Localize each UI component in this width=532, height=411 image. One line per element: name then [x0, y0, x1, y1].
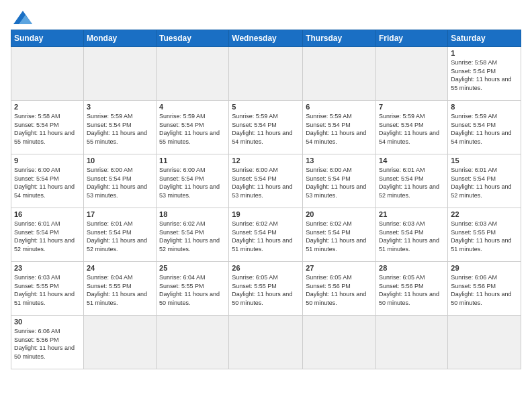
day-number: 12	[232, 156, 300, 165]
calendar-day-cell	[448, 316, 521, 369]
calendar-day-cell: 5Sunrise: 5:59 AM Sunset: 5:54 PM Daylig…	[229, 101, 303, 154]
day-info: Sunrise: 6:01 AM Sunset: 5:54 PM Dayligh…	[451, 166, 518, 199]
day-info: Sunrise: 6:03 AM Sunset: 5:55 PM Dayligh…	[451, 220, 518, 253]
day-info: Sunrise: 5:59 AM Sunset: 5:54 PM Dayligh…	[159, 112, 226, 146]
day-number: 25	[159, 264, 226, 272]
calendar-day-cell: 14Sunrise: 6:01 AM Sunset: 5:54 PM Dayli…	[376, 154, 448, 208]
day-info: Sunrise: 5:58 AM Sunset: 5:54 PM Dayligh…	[14, 112, 81, 146]
day-info: Sunrise: 6:00 AM Sunset: 5:54 PM Dayligh…	[159, 166, 226, 199]
calendar-day-header: Wednesday	[229, 30, 303, 47]
calendar-week-row: 2Sunrise: 5:58 AM Sunset: 5:54 PM Daylig…	[11, 101, 521, 154]
calendar-day-cell: 4Sunrise: 5:59 AM Sunset: 5:54 PM Daylig…	[157, 101, 229, 154]
calendar-day-cell: 17Sunrise: 6:01 AM Sunset: 5:54 PM Dayli…	[83, 208, 156, 262]
day-info: Sunrise: 5:59 AM Sunset: 5:54 PM Dayligh…	[379, 112, 445, 146]
day-info: Sunrise: 5:58 AM Sunset: 5:54 PM Dayligh…	[451, 58, 518, 92]
calendar-day-cell	[83, 316, 156, 369]
day-number: 16	[14, 210, 81, 218]
day-number: 11	[159, 156, 226, 165]
day-number: 30	[14, 318, 81, 326]
calendar-day-cell: 7Sunrise: 5:59 AM Sunset: 5:54 PM Daylig…	[376, 101, 448, 154]
day-number: 21	[379, 210, 445, 218]
calendar-day-cell	[303, 47, 376, 101]
day-info: Sunrise: 6:00 AM Sunset: 5:54 PM Dayligh…	[14, 166, 81, 199]
day-number: 19	[232, 210, 300, 218]
calendar-day-header: Monday	[83, 30, 156, 47]
day-info: Sunrise: 6:06 AM Sunset: 5:56 PM Dayligh…	[14, 327, 81, 361]
day-number: 18	[159, 210, 226, 218]
day-number: 2	[14, 103, 81, 111]
calendar-day-cell: 19Sunrise: 6:02 AM Sunset: 5:54 PM Dayli…	[229, 208, 303, 262]
calendar-day-cell: 23Sunrise: 6:03 AM Sunset: 5:55 PM Dayli…	[11, 262, 84, 316]
calendar-day-cell: 3Sunrise: 5:59 AM Sunset: 5:54 PM Daylig…	[83, 101, 156, 154]
calendar-day-header: Friday	[376, 30, 448, 47]
calendar-day-cell	[229, 316, 303, 369]
calendar-table: SundayMondayTuesdayWednesdayThursdayFrid…	[11, 30, 521, 369]
calendar-day-cell	[157, 316, 229, 369]
calendar-day-cell	[11, 47, 84, 101]
calendar-day-cell: 15Sunrise: 6:01 AM Sunset: 5:54 PM Dayli…	[448, 154, 521, 208]
day-info: Sunrise: 6:04 AM Sunset: 5:55 PM Dayligh…	[159, 273, 226, 307]
day-number: 29	[451, 264, 518, 272]
calendar-week-row: 23Sunrise: 6:03 AM Sunset: 5:55 PM Dayli…	[11, 262, 521, 316]
day-number: 6	[306, 103, 373, 111]
calendar-day-cell: 18Sunrise: 6:02 AM Sunset: 5:54 PM Dayli…	[157, 208, 229, 262]
calendar-day-cell: 12Sunrise: 6:00 AM Sunset: 5:54 PM Dayli…	[229, 154, 303, 208]
logo	[11, 11, 32, 24]
day-info: Sunrise: 6:04 AM Sunset: 5:55 PM Dayligh…	[87, 273, 153, 307]
calendar-week-row: 9Sunrise: 6:00 AM Sunset: 5:54 PM Daylig…	[11, 154, 521, 208]
calendar-day-cell: 28Sunrise: 6:05 AM Sunset: 5:56 PM Dayli…	[376, 262, 448, 316]
day-number: 3	[87, 103, 153, 111]
day-info: Sunrise: 6:05 AM Sunset: 5:55 PM Dayligh…	[232, 273, 300, 307]
day-number: 8	[451, 103, 518, 111]
calendar-day-cell: 1Sunrise: 5:58 AM Sunset: 5:54 PM Daylig…	[448, 47, 521, 101]
calendar-week-row: 16Sunrise: 6:01 AM Sunset: 5:54 PM Dayli…	[11, 208, 521, 262]
calendar-day-cell: 30Sunrise: 6:06 AM Sunset: 5:56 PM Dayli…	[11, 316, 84, 369]
calendar-day-cell	[376, 47, 448, 101]
calendar-day-cell	[376, 316, 448, 369]
calendar-day-header: Sunday	[11, 30, 84, 47]
calendar-day-header: Thursday	[303, 30, 376, 47]
day-number: 10	[87, 156, 153, 165]
calendar-day-cell: 24Sunrise: 6:04 AM Sunset: 5:55 PM Dayli…	[83, 262, 156, 316]
day-number: 28	[379, 264, 445, 272]
day-number: 9	[14, 156, 81, 165]
calendar-day-cell: 10Sunrise: 6:00 AM Sunset: 5:54 PM Dayli…	[83, 154, 156, 208]
calendar-day-cell: 25Sunrise: 6:04 AM Sunset: 5:55 PM Dayli…	[157, 262, 229, 316]
day-number: 24	[87, 264, 153, 272]
calendar-day-cell: 20Sunrise: 6:02 AM Sunset: 5:54 PM Dayli…	[303, 208, 376, 262]
calendar-day-cell: 6Sunrise: 5:59 AM Sunset: 5:54 PM Daylig…	[303, 101, 376, 154]
calendar-day-cell	[157, 47, 229, 101]
day-number: 4	[159, 103, 226, 111]
day-info: Sunrise: 5:59 AM Sunset: 5:54 PM Dayligh…	[306, 112, 373, 146]
day-info: Sunrise: 6:02 AM Sunset: 5:54 PM Dayligh…	[159, 220, 226, 253]
calendar-day-cell: 16Sunrise: 6:01 AM Sunset: 5:54 PM Dayli…	[11, 208, 84, 262]
page-header	[11, 11, 521, 24]
calendar-week-row: 1Sunrise: 5:58 AM Sunset: 5:54 PM Daylig…	[11, 47, 521, 101]
day-info: Sunrise: 6:05 AM Sunset: 5:56 PM Dayligh…	[306, 273, 373, 307]
day-number: 26	[232, 264, 300, 272]
calendar-day-cell: 26Sunrise: 6:05 AM Sunset: 5:55 PM Dayli…	[229, 262, 303, 316]
day-number: 20	[306, 210, 373, 218]
day-info: Sunrise: 6:01 AM Sunset: 5:54 PM Dayligh…	[14, 220, 81, 253]
day-info: Sunrise: 5:59 AM Sunset: 5:54 PM Dayligh…	[87, 112, 153, 146]
calendar-day-cell: 11Sunrise: 6:00 AM Sunset: 5:54 PM Dayli…	[157, 154, 229, 208]
day-number: 5	[232, 103, 300, 111]
calendar-day-cell: 21Sunrise: 6:03 AM Sunset: 5:54 PM Dayli…	[376, 208, 448, 262]
day-number: 17	[87, 210, 153, 218]
calendar-day-cell	[83, 47, 156, 101]
day-info: Sunrise: 6:05 AM Sunset: 5:56 PM Dayligh…	[379, 273, 445, 307]
calendar-header-row: SundayMondayTuesdayWednesdayThursdayFrid…	[11, 30, 521, 47]
day-info: Sunrise: 6:00 AM Sunset: 5:54 PM Dayligh…	[306, 166, 373, 199]
day-info: Sunrise: 6:03 AM Sunset: 5:55 PM Dayligh…	[14, 273, 81, 307]
day-number: 7	[379, 103, 445, 111]
day-info: Sunrise: 6:03 AM Sunset: 5:54 PM Dayligh…	[379, 220, 445, 253]
day-number: 27	[306, 264, 373, 272]
day-info: Sunrise: 6:00 AM Sunset: 5:54 PM Dayligh…	[232, 166, 300, 199]
calendar-day-header: Tuesday	[157, 30, 229, 47]
calendar-day-cell: 13Sunrise: 6:00 AM Sunset: 5:54 PM Dayli…	[303, 154, 376, 208]
day-number: 1	[451, 49, 518, 57]
calendar-day-cell: 9Sunrise: 6:00 AM Sunset: 5:54 PM Daylig…	[11, 154, 84, 208]
calendar-day-cell: 8Sunrise: 5:59 AM Sunset: 5:54 PM Daylig…	[448, 101, 521, 154]
calendar-day-cell: 2Sunrise: 5:58 AM Sunset: 5:54 PM Daylig…	[11, 101, 84, 154]
day-info: Sunrise: 5:59 AM Sunset: 5:54 PM Dayligh…	[232, 112, 300, 146]
